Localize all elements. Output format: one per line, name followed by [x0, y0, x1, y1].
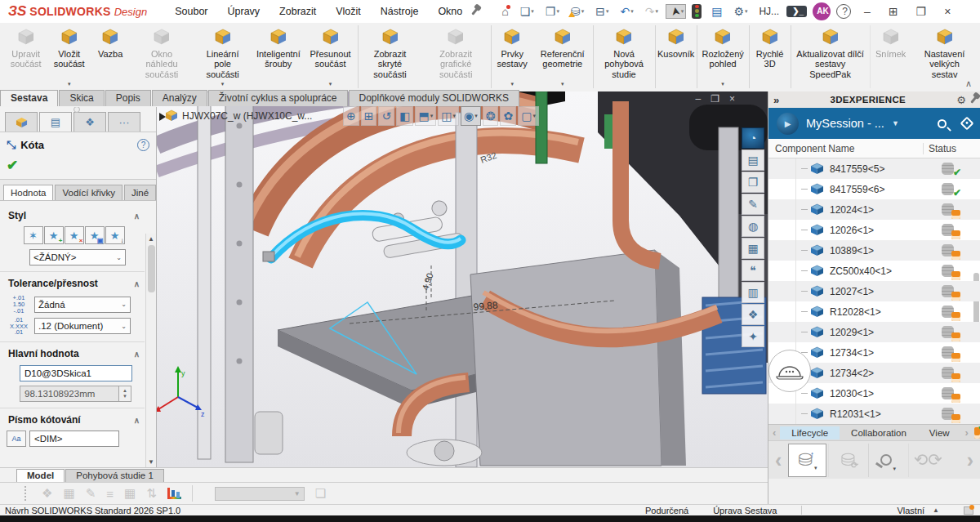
- dimension-font-section-header[interactable]: Písmo kótování∧: [0, 408, 145, 429]
- apply-default-style-button[interactable]: ✶: [24, 226, 43, 244]
- toolbar-icon[interactable]: AK ▾: [813, 2, 831, 20]
- toolbar-icon[interactable]: ❯_ ▾: [786, 6, 807, 17]
- hud-button[interactable]: ⊕ ▾: [343, 106, 359, 126]
- ribbon-button[interactable]: Vložit součást ▾: [48, 25, 90, 88]
- component-row[interactable]: ZC500x40<1>: [768, 261, 980, 281]
- primary-value-section-header[interactable]: Hlavní hodnota∧: [0, 342, 145, 363]
- delete-style-button[interactable]: ★×: [65, 226, 84, 244]
- ribbon-button[interactable]: Prvky sestavy ▾: [491, 25, 533, 88]
- component-row[interactable]: 12029<1>: [768, 322, 980, 342]
- hud-button[interactable]: ❂ ▾: [483, 106, 499, 126]
- hud-button[interactable]: ✿ ▾: [500, 106, 516, 126]
- font-icon[interactable]: Aa: [7, 431, 26, 447]
- command-tab[interactable]: Skica: [59, 90, 104, 106]
- session-name[interactable]: MySession - ...: [806, 117, 884, 130]
- hud-button[interactable]: ◧ ▾: [396, 106, 413, 126]
- save-to-platform-button[interactable]: ⛁↑▾: [788, 444, 826, 477]
- sync-button[interactable]: ⟲⟳: [908, 444, 947, 477]
- window-control-icon[interactable]: ❐: [913, 5, 930, 18]
- add-style-button[interactable]: ★+: [44, 226, 64, 244]
- component-row[interactable]: 8417559<6>: [768, 179, 980, 199]
- 3dexperience-compass-icon[interactable]: ▶: [777, 113, 799, 135]
- ribbon-button[interactable]: Přesunout součást ▾: [304, 25, 356, 88]
- toolbar-icon[interactable]: ⌂ ▾: [497, 5, 510, 18]
- collapse-icon[interactable]: ∧: [134, 212, 140, 221]
- window-control-icon[interactable]: ⊞: [885, 5, 902, 18]
- assistant-badge[interactable]: [768, 350, 811, 392]
- pin-menu-icon[interactable]: [471, 7, 479, 16]
- chevron-down-icon[interactable]: ▾: [561, 81, 564, 87]
- task-pane-tab[interactable]: ❖: [742, 304, 764, 325]
- column-component-name[interactable]: Component Name: [768, 143, 923, 154]
- chevron-down-icon[interactable]: ▾: [68, 81, 71, 87]
- search-icon[interactable]: [938, 119, 947, 128]
- task-pane-tab[interactable]: ▦: [742, 238, 764, 259]
- toolbar-icon[interactable]: HJ... ▾: [755, 6, 781, 17]
- status-doc-icon[interactable]: [964, 506, 973, 515]
- task-pane-tab[interactable]: ◔: [742, 127, 764, 149]
- task-pane-tab[interactable]: ✎: [742, 194, 764, 215]
- configuration-manager-tab[interactable]: ❖: [74, 112, 106, 132]
- component-row[interactable]: 8417559<5>: [768, 158, 980, 179]
- hud-button[interactable]: ⬒ ▾: [415, 106, 436, 126]
- chevron-down-icon[interactable]: ▾: [532, 113, 536, 119]
- toolbar-back-icon[interactable]: ‹: [770, 448, 786, 472]
- style-section-header[interactable]: Styl∧: [0, 204, 145, 225]
- chevron-down-icon[interactable]: ▾: [221, 81, 225, 87]
- ribbon-button[interactable]: Inteligentní šrouby ▾: [252, 25, 304, 88]
- chevron-down-icon[interactable]: ▾: [721, 81, 724, 87]
- chevron-down-icon[interactable]: ▾: [430, 113, 434, 119]
- scroll-down-icon[interactable]: ▼: [148, 458, 154, 466]
- toolbar-icon[interactable]: ➤ ▾: [666, 4, 686, 19]
- chevron-down-icon[interactable]: ▾: [329, 81, 332, 87]
- value-tab[interactable]: Hodnota: [3, 185, 53, 200]
- load-style-button[interactable]: ★↓: [105, 226, 125, 244]
- hud-button[interactable]: ◫ ▾: [438, 106, 459, 126]
- ribbon-button[interactable]: Aktualizovat dílčí sestavy SpeedPak ▾: [791, 25, 869, 88]
- scrollbar-thumb[interactable]: [148, 245, 155, 292]
- ribbon-button[interactable]: Lineární pole součásti ▾: [193, 25, 252, 88]
- toolbar-icon[interactable]: ❏ ▾: [516, 5, 536, 18]
- task-pane-tab[interactable]: ▤: [742, 149, 764, 171]
- window-control-icon[interactable]: –: [861, 5, 874, 18]
- document-mode-tab[interactable]: Pohybová studie 1: [65, 469, 164, 482]
- ribbon-button[interactable]: Rychlé 3D ▾: [749, 25, 790, 88]
- pending-changes-icon[interactable]: [974, 427, 980, 439]
- ribbon-button[interactable]: Referenční geometrie ▾: [533, 25, 592, 88]
- component-row[interactable]: 12026<1>: [768, 220, 980, 240]
- ribbon-button[interactable]: Zobrazit skryté součásti ▾: [358, 25, 422, 88]
- dimension-name-field[interactable]: D10@3DSkica1: [20, 365, 132, 381]
- collapse-panel-icon[interactable]: »: [773, 94, 779, 106]
- toolbar-grip[interactable]: [24, 486, 28, 501]
- chevron-down-icon[interactable]: ▾: [556, 8, 559, 15]
- task-pane-tab[interactable]: ❐: [742, 172, 764, 193]
- chevron-down-icon[interactable]: ▾: [606, 8, 609, 15]
- chevron-down-icon[interactable]: ▾: [531, 8, 534, 15]
- help-icon[interactable]: ?: [137, 139, 149, 151]
- menu-item[interactable]: Okno: [438, 6, 462, 17]
- collapse-icon[interactable]: ∧: [134, 279, 140, 288]
- ribbon-button[interactable]: Vazba ▾: [90, 25, 131, 88]
- toolbar-icon[interactable]: ↶ ▾: [616, 5, 635, 18]
- style-dropdown[interactable]: <ŽÁDNÝ>⌄: [29, 249, 126, 265]
- configuration-selector[interactable]: Vlastní ▲: [897, 506, 939, 515]
- task-pane-tab[interactable]: ▥: [742, 282, 764, 303]
- toolbar-icon[interactable]: ▾: [692, 4, 702, 19]
- chevron-down-icon[interactable]: ▾: [630, 8, 634, 15]
- menu-item[interactable]: Nástroje: [381, 6, 419, 17]
- scroll-up-icon[interactable]: ▲: [148, 235, 154, 243]
- chevron-down-icon[interactable]: ▼: [892, 119, 899, 127]
- value-tab[interactable]: Vodící křivky: [55, 185, 122, 200]
- property-manager-tab[interactable]: ▤: [39, 112, 72, 132]
- collapse-icon[interactable]: ∧: [134, 350, 140, 359]
- menu-item[interactable]: Vložit: [336, 6, 361, 17]
- task-pane-tab[interactable]: ◍: [742, 216, 764, 237]
- panel-tab[interactable]: Collaboration: [840, 426, 918, 439]
- menu-item[interactable]: Soubor: [175, 6, 207, 17]
- ribbon-button[interactable]: Nová pohybová studie ▾: [593, 25, 654, 88]
- command-tab[interactable]: Životní cyklus a spolupráce: [208, 90, 348, 106]
- hud-button[interactable]: ◉ ▾: [461, 106, 481, 126]
- feature-manager-tab[interactable]: [5, 112, 38, 132]
- property-manager-scrollbar[interactable]: ▲ ▼: [145, 234, 156, 467]
- document-window-controls[interactable]: – ❐ ×: [696, 93, 735, 105]
